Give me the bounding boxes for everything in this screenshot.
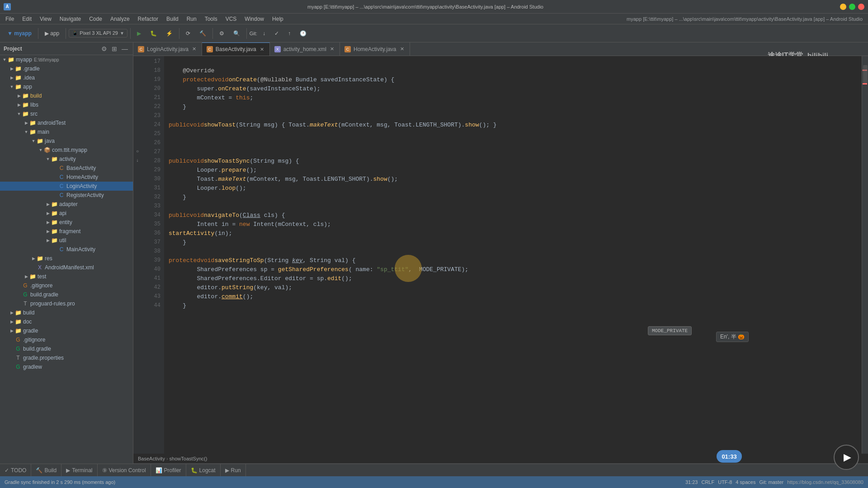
status-git-branch[interactable]: Git: master [759,479,783,485]
tree-item-gradlew[interactable]: ▶ G gradlew [0,362,133,371]
bottom-tab-version-control[interactable]: ⑨ Version Control [98,464,151,476]
tab-close-homeact[interactable]: ✕ [399,46,405,52]
tree-item-registeractivity[interactable]: ▶ C RegisterActivity [0,191,133,200]
toolbar-run-button[interactable]: ▶ [133,29,145,38]
tree-item-baseactivity[interactable]: ▶ C BaseActivity [0,164,133,173]
toolbar-project-dropdown[interactable]: ▼ myapp [4,29,35,38]
tree-item-idea[interactable]: ▶ 📁 .idea [0,73,133,82]
tree-item-api[interactable]: ▶ 📁 api [0,209,133,218]
tree-item-manifest[interactable]: ▶ X AndroidManifest.xml [0,263,133,272]
tab-loginactivity[interactable]: C LoginActivity.java ✕ [133,42,202,56]
tree-item-test[interactable]: ▶ 📁 test [0,272,133,281]
bottom-tab-profiler[interactable]: 📊 Profiler [151,464,186,476]
tree-item-build-root[interactable]: ▶ 📁 build [0,308,133,317]
project-collapse-icon[interactable]: — [120,45,129,53]
tree-item-proguard[interactable]: ▶ T proguard-rules.pro [0,299,133,308]
right-scroll-gutter[interactable] [862,56,868,454]
tree-item-loginactivity[interactable]: ▶ C LoginActivity [0,182,133,191]
tree-item-package[interactable]: ▼ 📦 com.ttit.myapp [0,145,133,155]
tree-item-main[interactable]: ▼ 📁 main [0,127,133,136]
tab-baseactivity[interactable]: C BaseActivity.java ✕ [202,42,270,56]
tree-item-util[interactable]: ▶ 📁 util [0,236,133,245]
menu-build[interactable]: Build [163,15,182,23]
toolbar-search-everywhere[interactable]: 🔍 [230,29,244,38]
project-expand-icon[interactable]: ⊞ [110,45,118,53]
tree-item-homeactivity[interactable]: ▶ C HomeActivity [0,173,133,182]
path-item-baseactivity[interactable]: BaseActivity [138,456,165,461]
code-content[interactable]: @Override protected void onCreate(@Nulla… [164,56,862,454]
tree-item-activity-folder[interactable]: ▼ 📁 activity [0,155,133,164]
path-item-method[interactable]: showToastSync() [170,456,208,461]
tab-close-home-xml[interactable]: ✕ [329,46,335,52]
video-play-button[interactable]: ▶ [834,445,859,470]
tree-item-java[interactable]: ▼ 📁 java [0,136,133,145]
code-line-21: mContext = this; [164,93,862,102]
toolbar-sync-button[interactable]: ⟳ [182,29,194,38]
toolbar-gradle-button[interactable]: 🔨 [196,29,210,38]
menu-file[interactable]: File [2,15,18,23]
tree-label-build-root: build [23,310,34,316]
status-position[interactable]: 31:23 [685,479,698,485]
tree-item-res[interactable]: ▶ 📁 res [0,254,133,263]
tree-item-build-gradle-root[interactable]: ▶ G build.gradle [0,344,133,353]
menu-analyze[interactable]: Analyze [107,15,133,23]
tab-homeactivity[interactable]: C HomeActivity.java ✕ [340,42,410,56]
maximize-button[interactable] [849,4,855,10]
menu-run[interactable]: Run [183,15,200,23]
tree-item-gradle-properties[interactable]: ▶ T gradle.properties [0,353,133,362]
menu-navigate[interactable]: Navigate [56,15,85,23]
git-commit-button[interactable]: ✓ [271,29,283,38]
minimize-button[interactable] [840,4,846,10]
tree-item-adapter[interactable]: ▶ 📁 adapter [0,200,133,209]
toolbar-debug-button[interactable]: 🐛 [146,29,160,38]
close-button[interactable] [858,4,864,10]
tree-item-gitignore-root[interactable]: ▶ G .gitignore [0,335,133,344]
tree-item-src[interactable]: ▼ 📁 src [0,109,133,118]
tree-item-fragment[interactable]: ▶ 📁 fragment [0,227,133,236]
bottom-tab-run[interactable]: ▶ Run [221,464,246,476]
tab-activityhome[interactable]: X activity_home.xml ✕ [270,42,340,56]
menu-view[interactable]: View [36,15,55,23]
bottom-tab-todo[interactable]: ✓ TODO [0,464,31,476]
tree-item-gradle-folder[interactable]: ▶ 📁 gradle [0,326,133,335]
tree-item-doc[interactable]: ▶ 📁 doc [0,317,133,326]
status-encoding[interactable]: UTF-8 [718,479,732,485]
status-crlf[interactable]: CRLF [701,479,714,485]
git-update-button[interactable]: ↓ [259,29,269,38]
tree-item-build-gradle-app[interactable]: ▶ G build.gradle [0,290,133,299]
project-gear-icon[interactable]: ⚙ [100,45,108,53]
tab-close-login[interactable]: ✕ [191,46,197,52]
status-blog-url[interactable]: https://blog.csdn.net/qq_33608080 [787,479,863,485]
menu-window[interactable]: Window [241,15,268,23]
todo-icon: ✓ [5,467,9,474]
tree-item-myapp[interactable]: ▼ 📁 myapp E:\ttit\myapp [0,55,133,64]
bottom-tab-build[interactable]: 🔨 Build [31,464,61,476]
bottom-tab-logcat[interactable]: 🐛 Logcat [186,464,221,476]
toolbar-app-config[interactable]: ▶ app [41,29,63,38]
menu-code[interactable]: Code [85,15,106,23]
git-push-button[interactable]: ↑ [284,29,294,38]
bottom-tab-terminal[interactable]: ▶ Terminal [61,464,97,476]
code-editor[interactable]: ○ ↓ 17 18 19 20 21 22 23 24 25 26 27 28 … [133,56,868,454]
menu-help[interactable]: Help [269,15,287,23]
tree-item-build-app[interactable]: ▶ 📁 build [0,91,133,100]
git-history-button[interactable]: 🕐 [296,29,310,38]
tree-item-libs[interactable]: ▶ 📁 libs [0,100,133,109]
tree-item-gitignore-app[interactable]: ▶ G .gitignore [0,281,133,290]
menu-edit[interactable]: Edit [19,15,35,23]
menu-tools[interactable]: Tools [201,15,221,23]
menu-refactor[interactable]: Refactor [134,15,162,23]
scroll-thumb[interactable] [863,65,868,83]
toolbar-settings-button[interactable]: ⚙ [216,29,228,38]
menu-vcs[interactable]: VCS [222,15,241,23]
folder-icon-gradle-hidden: 📁 [14,65,22,72]
status-indent[interactable]: 4 spaces [736,479,755,485]
tree-item-androidtest[interactable]: ▶ 📁 androidTest [0,118,133,127]
tab-close-base[interactable]: ✕ [259,46,265,53]
tree-item-app[interactable]: ▼ 📁 app [0,82,133,91]
tree-item-mainactivity[interactable]: ▶ C MainActivity [0,245,133,254]
tree-item-entity[interactable]: ▶ 📁 entity [0,218,133,227]
device-selector[interactable]: 📱 Pixel 3 XL API 29 ▼ [69,29,127,38]
tree-item-gradle-hidden[interactable]: ▶ 📁 .gradle [0,64,133,73]
toolbar-profile-button[interactable]: ⚡ [162,29,176,38]
